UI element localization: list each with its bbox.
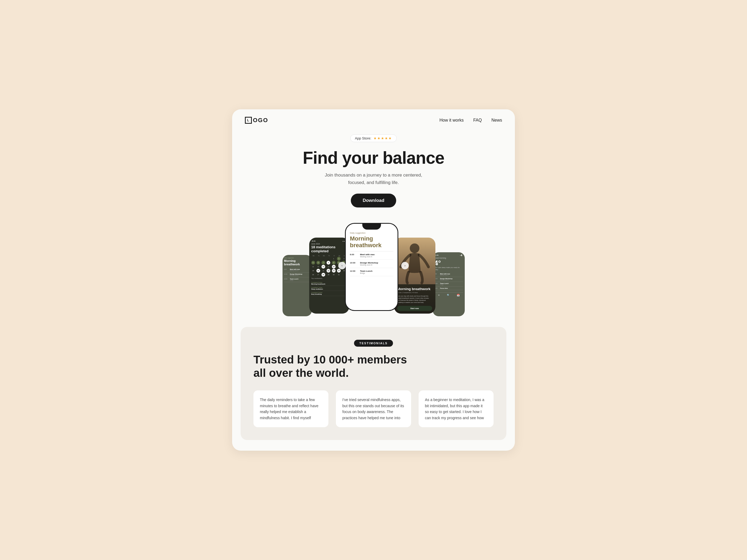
start-now-button[interactable]: Start now	[397, 306, 432, 311]
logo-box: L	[245, 117, 252, 124]
badge-label: App Store:	[355, 136, 371, 140]
overlay-title: Morning breathwork	[397, 287, 432, 291]
nav-news[interactable]: News	[491, 118, 502, 123]
hero-subtitle: Join thousands on a journey to a more ce…	[245, 171, 502, 186]
overlay-meta: 15 min | 3 sequences | 4.9 stars	[397, 292, 432, 293]
testimonials-grid: The daily reminders to take a few minute…	[253, 391, 494, 427]
far-left-title: Morning breathwork	[284, 259, 310, 266]
hero-section: App Store: ★★★★★ Find your balance Join …	[232, 129, 515, 220]
schedule-item-3: 12:00 Team Lunch Bridge	[350, 268, 393, 276]
download-button[interactable]: Download	[351, 194, 396, 208]
testimonials-title: Trusted by 10 000+ membersall over the w…	[253, 353, 494, 380]
top-meditations-label: Top meditations	[311, 277, 347, 279]
schedule-item-2: 10:00 Design Workshop Meeting room B	[350, 260, 393, 268]
testimonial-text-1: The daily reminders to take a few minute…	[260, 397, 322, 421]
center-title: Morning breathwork	[350, 235, 393, 249]
navbar: L OGO How it works FAQ News	[232, 109, 515, 129]
mid-right-bg: Morning breathwork 15 min | 3 sequences …	[394, 238, 435, 314]
nav-links: How it works FAQ News	[439, 118, 502, 123]
overlay-desc: Start your day with clarity and focus th…	[397, 295, 432, 304]
center-schedule: 8:00 Meet with max Meeting room A 10:00 …	[350, 251, 393, 276]
phone-notch	[362, 224, 381, 230]
center-suggestion: Daily suggestion	[350, 232, 393, 234]
testimonial-1: The daily reminders to take a few minute…	[253, 391, 328, 427]
carousel-right-arrow[interactable]: ›	[401, 262, 409, 269]
phone-center: Daily suggestion Morning breathwork 8:00…	[345, 223, 398, 311]
testimonials-section: TESTIMONIALS Trusted by 10 000+ membersa…	[241, 327, 506, 440]
center-content: Daily suggestion Morning breathwork 8:00…	[346, 224, 397, 310]
far-right-time: 21:41	[435, 255, 439, 256]
phone-far-right: 21:41 ▲ ▊ Good morning 4° Your calm slee…	[433, 252, 465, 316]
far-right-greeting: Good morning	[434, 257, 463, 259]
phone-far-left: Daily suggestion Morning breathwork 8:00…	[283, 255, 312, 316]
testimonial-2: I've tried several mindfulness apps, but…	[336, 391, 411, 427]
carousel-left-arrow[interactable]: ‹	[338, 262, 346, 269]
far-right-status-icons: ▲ ▊	[460, 255, 462, 256]
testimonial-text-2: I've tried several mindfulness apps, but…	[342, 397, 405, 421]
phones-row: Daily suggestion Morning breathwork 8:00…	[232, 220, 515, 311]
nav-how-it-works[interactable]: How it works	[439, 118, 464, 123]
svg-point-0	[410, 243, 419, 253]
app-store-badge: App Store: ★★★★★	[350, 134, 396, 142]
tab-icon-calendar[interactable]: 📅	[457, 294, 460, 296]
meditation-list: Completed 8 times Morning breathwork Com…	[311, 281, 347, 296]
far-right-subtitle: Your calm sleep made you ready for today…	[434, 266, 463, 271]
breathwork-overlay: Morning breathwork 15 min | 3 sequences …	[394, 284, 435, 314]
testimonial-3: As a beginner to meditation, I was a bit…	[419, 391, 494, 427]
star-rating: ★★★★★	[374, 136, 392, 140]
main-card: L OGO How it works FAQ News App Store: ★…	[232, 109, 515, 451]
cal-month: June 2024	[311, 243, 347, 245]
logo[interactable]: L OGO	[245, 117, 268, 124]
far-left-schedule: 8:00 Meet with maxMeeting room A 10:00 D…	[284, 268, 310, 282]
phone-mid-right: Morning breathwork 15 min | 3 sequences …	[394, 238, 435, 314]
hero-title: Find your balance	[245, 149, 502, 167]
schedule-item-1: 8:00 Meet with max Meeting room A	[350, 251, 393, 260]
testimonial-text-3: As a beginner to meditation, I was a bit…	[425, 397, 487, 421]
logo-text: OGO	[253, 117, 268, 124]
testimonials-badge: TESTIMONIALS	[354, 340, 393, 347]
far-right-schedule: 8:00 Meet with maxMeeting room A 10:00 D…	[434, 272, 463, 290]
phone-mid-left: 21:41 ▲▲ ▊ June 2024 18 meditations comp…	[309, 238, 349, 314]
nav-faq[interactable]: FAQ	[473, 118, 482, 123]
tab-icon-sun[interactable]: ☀	[438, 294, 440, 296]
far-right-temp: 4°	[434, 260, 463, 266]
cal-meditations-count: 18 meditations completed	[311, 245, 347, 253]
far-left-suggestion-label: Daily suggestion	[284, 257, 310, 259]
mid-left-time: 21:41	[312, 240, 316, 242]
tab-icon-search[interactable]: 🔍	[447, 294, 450, 296]
